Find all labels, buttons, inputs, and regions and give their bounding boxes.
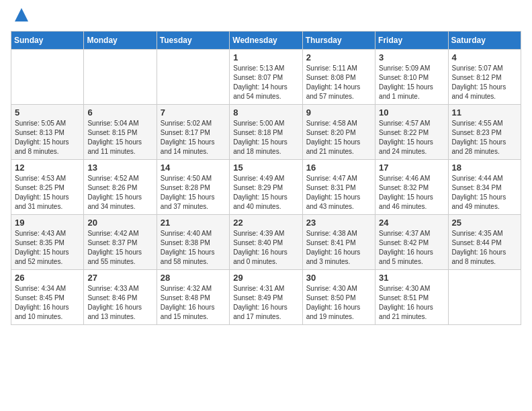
day-of-week-header: Sunday: [11, 32, 84, 50]
cell-info: Sunrise: 5:11 AM Sunset: 8:08 PM Dayligh…: [306, 64, 371, 101]
day-number: 20: [87, 218, 152, 228]
cell-info: Sunrise: 4:40 AM Sunset: 8:38 PM Dayligh…: [161, 229, 226, 267]
cell-info: Sunrise: 4:38 AM Sunset: 8:41 PM Dayligh…: [306, 229, 371, 267]
cell-info: Sunrise: 4:49 AM Sunset: 8:29 PM Dayligh…: [233, 174, 298, 212]
calendar-cell: [448, 270, 521, 325]
calendar-cell: 25Sunrise: 4:35 AM Sunset: 8:44 PM Dayli…: [448, 215, 521, 270]
calendar-week-row: 19Sunrise: 4:43 AM Sunset: 8:35 PM Dayli…: [11, 215, 521, 270]
calendar-cell: 16Sunrise: 4:47 AM Sunset: 8:31 PM Dayli…: [302, 160, 375, 215]
cell-info: Sunrise: 4:32 AM Sunset: 8:48 PM Dayligh…: [161, 284, 226, 322]
day-number: 13: [87, 163, 152, 173]
day-of-week-header: Wednesday: [230, 32, 302, 50]
cell-info: Sunrise: 4:39 AM Sunset: 8:40 PM Dayligh…: [233, 229, 298, 267]
calendar-cell: 20Sunrise: 4:42 AM Sunset: 8:37 PM Dayli…: [84, 215, 157, 270]
day-of-week-header: Tuesday: [157, 32, 229, 50]
cell-info: Sunrise: 4:53 AM Sunset: 8:25 PM Dayligh…: [15, 174, 80, 212]
day-number: 15: [233, 163, 298, 173]
day-number: 27: [87, 273, 152, 283]
day-number: 18: [452, 163, 517, 173]
calendar-cell: 4Sunrise: 5:07 AM Sunset: 8:12 PM Daylig…: [448, 50, 521, 105]
calendar-cell: 14Sunrise: 4:50 AM Sunset: 8:28 PM Dayli…: [157, 160, 229, 215]
cell-info: Sunrise: 4:46 AM Sunset: 8:32 PM Dayligh…: [379, 174, 444, 212]
cell-info: Sunrise: 4:50 AM Sunset: 8:28 PM Dayligh…: [161, 174, 226, 212]
calendar-cell: 24Sunrise: 4:37 AM Sunset: 8:42 PM Dayli…: [375, 215, 448, 270]
cell-info: Sunrise: 5:05 AM Sunset: 8:13 PM Dayligh…: [15, 119, 80, 156]
day-number: 2: [306, 52, 371, 62]
calendar-cell: 5Sunrise: 5:05 AM Sunset: 8:13 PM Daylig…: [11, 105, 84, 160]
day-number: 8: [233, 107, 298, 118]
calendar-cell: 19Sunrise: 4:43 AM Sunset: 8:35 PM Dayli…: [11, 215, 84, 270]
calendar-cell: 12Sunrise: 4:53 AM Sunset: 8:25 PM Dayli…: [11, 160, 84, 215]
calendar-week-row: 5Sunrise: 5:05 AM Sunset: 8:13 PM Daylig…: [11, 105, 521, 160]
calendar-cell: 18Sunrise: 4:44 AM Sunset: 8:34 PM Dayli…: [448, 160, 521, 215]
day-number: 9: [306, 107, 371, 118]
day-number: 16: [306, 163, 371, 173]
calendar-cell: 23Sunrise: 4:38 AM Sunset: 8:41 PM Dayli…: [302, 215, 375, 270]
calendar-cell: 3Sunrise: 5:09 AM Sunset: 8:10 PM Daylig…: [375, 50, 448, 105]
calendar-cell: 27Sunrise: 4:33 AM Sunset: 8:46 PM Dayli…: [84, 270, 157, 325]
cell-info: Sunrise: 4:37 AM Sunset: 8:42 PM Dayligh…: [379, 229, 444, 267]
cell-info: Sunrise: 4:47 AM Sunset: 8:31 PM Dayligh…: [306, 174, 371, 212]
cell-info: Sunrise: 4:31 AM Sunset: 8:49 PM Dayligh…: [233, 284, 298, 322]
calendar-cell: 26Sunrise: 4:34 AM Sunset: 8:45 PM Dayli…: [11, 270, 84, 325]
cell-info: Sunrise: 5:00 AM Sunset: 8:18 PM Dayligh…: [233, 119, 298, 156]
calendar-cell: 28Sunrise: 4:32 AM Sunset: 8:48 PM Dayli…: [157, 270, 229, 325]
calendar-cell: 29Sunrise: 4:31 AM Sunset: 8:49 PM Dayli…: [230, 270, 302, 325]
calendar-week-row: 12Sunrise: 4:53 AM Sunset: 8:25 PM Dayli…: [11, 160, 521, 215]
calendar-cell: 7Sunrise: 5:02 AM Sunset: 8:17 PM Daylig…: [157, 105, 229, 160]
calendar-cell: 1Sunrise: 5:13 AM Sunset: 8:07 PM Daylig…: [230, 50, 302, 105]
calendar-cell: 21Sunrise: 4:40 AM Sunset: 8:38 PM Dayli…: [157, 215, 229, 270]
day-number: 26: [15, 273, 80, 283]
day-number: 6: [87, 107, 152, 118]
calendar-week-row: 1Sunrise: 5:13 AM Sunset: 8:07 PM Daylig…: [11, 50, 521, 105]
calendar-cell: 15Sunrise: 4:49 AM Sunset: 8:29 PM Dayli…: [230, 160, 302, 215]
calendar-cell: 13Sunrise: 4:52 AM Sunset: 8:26 PM Dayli…: [84, 160, 157, 215]
calendar-cell: 9Sunrise: 4:58 AM Sunset: 8:20 PM Daylig…: [302, 105, 375, 160]
day-number: 22: [233, 218, 298, 228]
logo-icon: [12, 5, 31, 24]
day-number: 10: [379, 107, 444, 118]
cell-info: Sunrise: 4:30 AM Sunset: 8:51 PM Dayligh…: [379, 284, 444, 322]
day-number: 31: [379, 273, 444, 283]
cell-info: Sunrise: 4:55 AM Sunset: 8:23 PM Dayligh…: [452, 119, 517, 156]
day-number: 5: [15, 107, 80, 118]
day-number: 28: [161, 273, 226, 283]
day-number: 11: [452, 107, 517, 118]
day-of-week-header: Friday: [375, 32, 448, 50]
calendar-cell: 6Sunrise: 5:04 AM Sunset: 8:15 PM Daylig…: [84, 105, 157, 160]
cell-info: Sunrise: 4:57 AM Sunset: 8:22 PM Dayligh…: [379, 119, 444, 156]
calendar-cell: [84, 50, 157, 105]
calendar-cell: [11, 50, 84, 105]
calendar-table: SundayMondayTuesdayWednesdayThursdayFrid…: [11, 31, 521, 325]
cell-info: Sunrise: 4:33 AM Sunset: 8:46 PM Dayligh…: [87, 284, 152, 322]
day-number: 3: [379, 52, 444, 62]
cell-info: Sunrise: 4:35 AM Sunset: 8:44 PM Dayligh…: [452, 229, 517, 267]
page-header: [11, 11, 521, 26]
cell-info: Sunrise: 4:42 AM Sunset: 8:37 PM Dayligh…: [87, 229, 152, 267]
cell-info: Sunrise: 5:02 AM Sunset: 8:17 PM Dayligh…: [161, 119, 226, 156]
svg-marker-0: [15, 8, 28, 21]
day-of-week-header: Monday: [84, 32, 157, 50]
day-number: 12: [15, 163, 80, 173]
calendar-cell: 2Sunrise: 5:11 AM Sunset: 8:08 PM Daylig…: [302, 50, 375, 105]
day-number: 30: [306, 273, 371, 283]
day-of-week-header: Thursday: [302, 32, 375, 50]
day-number: 29: [233, 273, 298, 283]
cell-info: Sunrise: 5:04 AM Sunset: 8:15 PM Dayligh…: [87, 119, 152, 156]
day-number: 7: [161, 107, 226, 118]
calendar-header-row: SundayMondayTuesdayWednesdayThursdayFrid…: [11, 32, 521, 50]
day-number: 23: [306, 218, 371, 228]
cell-info: Sunrise: 4:52 AM Sunset: 8:26 PM Dayligh…: [87, 174, 152, 212]
cell-info: Sunrise: 4:44 AM Sunset: 8:34 PM Dayligh…: [452, 174, 517, 212]
calendar-cell: 17Sunrise: 4:46 AM Sunset: 8:32 PM Dayli…: [375, 160, 448, 215]
calendar-cell: [157, 50, 229, 105]
day-number: 25: [452, 218, 517, 228]
calendar-cell: 8Sunrise: 5:00 AM Sunset: 8:18 PM Daylig…: [230, 105, 302, 160]
calendar-cell: 10Sunrise: 4:57 AM Sunset: 8:22 PM Dayli…: [375, 105, 448, 160]
calendar-cell: 22Sunrise: 4:39 AM Sunset: 8:40 PM Dayli…: [230, 215, 302, 270]
cell-info: Sunrise: 4:43 AM Sunset: 8:35 PM Dayligh…: [15, 229, 80, 267]
logo: [11, 11, 31, 26]
day-number: 17: [379, 163, 444, 173]
day-number: 14: [161, 163, 226, 173]
day-number: 21: [161, 218, 226, 228]
